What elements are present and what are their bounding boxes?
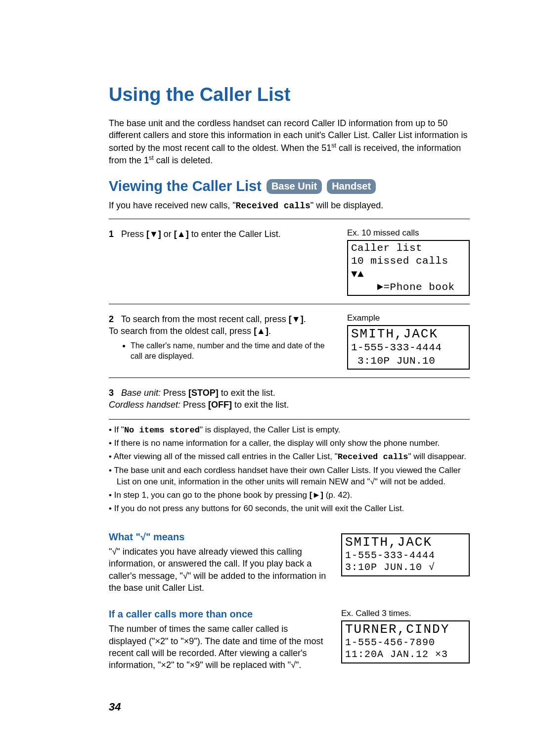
lcd-screen: Caller list 10 missed calls ▼▲ ►=Phone b…: [347, 240, 470, 296]
note-item: After viewing all of the missed call ent…: [109, 451, 470, 463]
page-number: 34: [109, 701, 470, 713]
section-subnote: If you have received new calls, "Receive…: [109, 200, 470, 211]
lcd-name: TURNER,CINDY: [345, 622, 466, 637]
lcd-screen: TURNER,CINDY 1-555-456-7890 11:20A JAN.1…: [341, 620, 470, 663]
lcd-name: SMITH,JACK: [345, 535, 466, 550]
step-body: Base unit: Press [STOP] to exit the list…: [109, 388, 289, 410]
intro-paragraph: The base unit and the cordless handset c…: [109, 117, 470, 166]
badge-handset: Handset: [327, 179, 376, 194]
lcd-datetime: 3:10P JUN.10 √: [345, 562, 466, 573]
subsection-heading: If a caller calls more than once: [109, 608, 326, 621]
step-body: Press [▼] or [▲] to enter the Caller Lis…: [121, 229, 281, 239]
step-text: 3 Base unit: Press [STOP] to exit the li…: [109, 387, 470, 411]
step-text: 1 Press [▼] or [▲] to enter the Caller L…: [109, 228, 336, 296]
lcd-number: 1-555-333-4444: [345, 550, 466, 562]
step-row: 3 Base unit: Press [STOP] to exit the li…: [109, 383, 470, 415]
divider: [109, 304, 470, 304]
divider: [109, 378, 470, 378]
display-caption: Example: [347, 313, 470, 323]
step-row: 2 To search from the most recent call, p…: [109, 309, 470, 374]
subsection-body: The number of times the same caller call…: [109, 623, 326, 671]
step-body: To search from the most recent call, pre…: [109, 314, 306, 336]
section-heading-row: Viewing the Caller List Base Unit Handse…: [109, 178, 470, 194]
step-bullets: The caller's name, number and the time a…: [109, 340, 336, 362]
note-item: If "No items stored" is displayed, the C…: [109, 425, 470, 436]
step-number: 1: [109, 228, 119, 240]
section-heading: Viewing the Caller List: [109, 178, 262, 194]
note-item: The base unit and each cordless handset …: [109, 465, 470, 488]
note-item: In step 1, you can go to the phone book …: [109, 490, 470, 501]
subsection-body: "√" indicates you have already viewed th…: [109, 546, 326, 594]
note-item: If you do not press any buttons for 60 s…: [109, 503, 470, 515]
lcd-number: 1-555-456-7890: [345, 637, 466, 649]
page-title: Using the Caller List: [109, 84, 470, 105]
divider: [109, 419, 470, 420]
multi-call-section: If a caller calls more than once The num…: [109, 594, 470, 671]
divider: [109, 219, 470, 219]
note-item: If there is no name information for a ca…: [109, 438, 470, 449]
subsection-heading: What "√" means: [109, 530, 326, 544]
step-text: 2 To search from the most recent call, p…: [109, 313, 336, 370]
lcd-details: 1-555-333-4444 3:10P JUN.10: [351, 342, 442, 366]
display-caption: Ex. Called 3 times.: [341, 609, 470, 618]
step-display-col: Ex. 10 missed calls Caller list 10 misse…: [347, 228, 470, 296]
lcd-name: SMITH,JACK: [351, 327, 438, 341]
manual-page: Using the Caller List The base unit and …: [0, 0, 534, 743]
lcd-datetime: 11:20A JAN.12 ×3: [345, 649, 466, 661]
notes-block: If "No items stored" is displayed, the C…: [109, 425, 470, 515]
lcd-screen: SMITH,JACK 1-555-333-4444 3:10P JUN.10 √: [341, 533, 470, 576]
checkmark-section: What "√" means "√" indicates you have al…: [109, 517, 470, 594]
step-number: 2: [109, 313, 119, 325]
step-bullet: The caller's name, number and the time a…: [131, 340, 336, 362]
display-caption: Ex. 10 missed calls: [347, 228, 470, 238]
step-number: 3: [109, 387, 119, 399]
lcd-screen: SMITH,JACK 1-555-333-4444 3:10P JUN.10: [347, 325, 470, 370]
badge-base-unit: Base Unit: [267, 179, 322, 194]
step-row: 1 Press [▼] or [▲] to enter the Caller L…: [109, 224, 470, 300]
step-display-col: Example SMITH,JACK 1-555-333-4444 3:10P …: [347, 313, 470, 370]
